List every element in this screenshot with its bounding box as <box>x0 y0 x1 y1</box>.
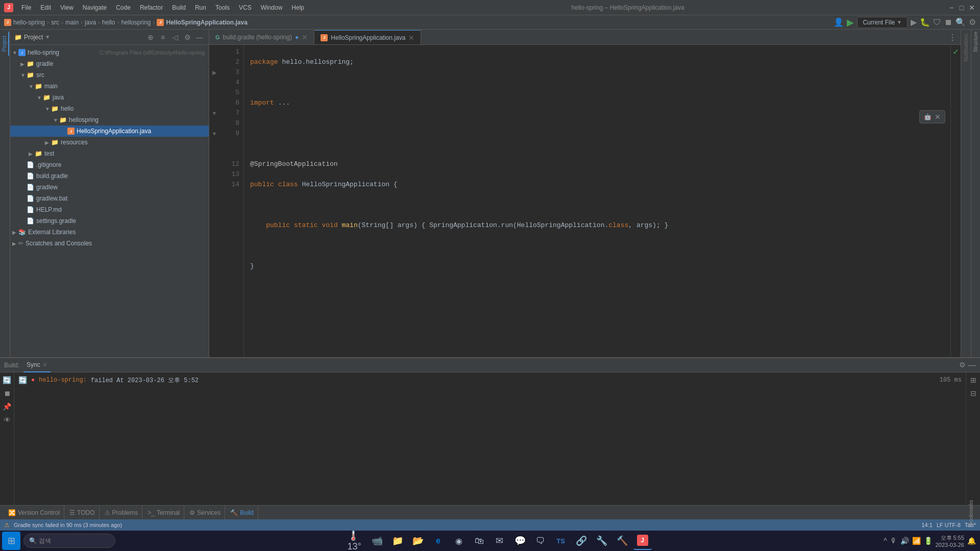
taskbar-temperature[interactable]: 🌡️13° <box>348 532 366 550</box>
run-icon[interactable]: ▶ <box>847 17 854 28</box>
fold-7[interactable]: ▼ <box>209 108 219 118</box>
breadcrumb-src[interactable]: src <box>51 19 59 26</box>
taskbar-app-chrome[interactable]: ◉ <box>450 532 468 550</box>
profile-icon[interactable]: 👤 <box>834 17 844 27</box>
taskbar-battery-icon[interactable]: 🔋 <box>924 537 933 545</box>
taskbar-search[interactable]: 🔍 검색 <box>23 534 115 548</box>
tab-version-control[interactable]: 🔀 Version Control <box>4 506 64 520</box>
tree-item-gradle[interactable]: ▶ 📁 gradle <box>10 58 209 69</box>
breadcrumb-main[interactable]: main <box>65 19 79 26</box>
close-button[interactable]: ✕ <box>968 4 976 12</box>
taskbar-app-chat2[interactable]: 🗨 <box>531 532 550 550</box>
fold-9[interactable]: ▼ <box>209 129 219 139</box>
menu-window[interactable]: Window <box>257 3 287 12</box>
status-encoding[interactable]: LF UTF-8 <box>937 522 961 528</box>
tree-item-java-folder[interactable]: ▼ 📁 java <box>10 92 209 103</box>
coverage-icon[interactable]: 🛡 <box>933 18 941 27</box>
build-minimize-icon[interactable]: — <box>968 361 976 370</box>
tree-item-root[interactable]: ▼ J hello-spring C:\Program Files (x86)#… <box>10 47 209 58</box>
taskbar-volume-icon[interactable]: 🔊 <box>900 537 909 545</box>
expand-button[interactable]: ◁ <box>170 32 180 42</box>
notifications-label[interactable]: Notifications <box>963 30 969 65</box>
maximize-button[interactable]: □ <box>958 4 966 12</box>
tab-todo[interactable]: ☰ TODO <box>65 506 99 520</box>
status-position[interactable]: 14:1 <box>921 522 932 528</box>
tab-terminal[interactable]: >_ Terminal <box>143 506 184 520</box>
tree-item-external-libs[interactable]: ▶ 📚 External Libraries <box>10 227 209 238</box>
tree-item-build-gradle[interactable]: ▶ 📄 build.gradle <box>10 170 209 182</box>
collapse-all-button[interactable]: ≡ <box>158 32 168 42</box>
build-collapse-icon[interactable]: ⊟ <box>968 388 979 399</box>
code-editor[interactable]: ▶ ▼ ▼ 1 2 3 4 5 6 7 8 <box>209 45 961 357</box>
tree-item-help-md[interactable]: ▶ 📄 HELP.md <box>10 204 209 215</box>
tab-HelloSpringApplication[interactable]: J HelloSpringApplication.java ✕ <box>314 30 421 44</box>
build-eye-button[interactable]: 👁 <box>2 414 13 425</box>
minimize-button[interactable]: − <box>947 4 955 12</box>
tab-services[interactable]: ⚙ Services <box>185 506 225 520</box>
build-pin-button[interactable]: 📌 <box>2 401 13 412</box>
structure-label[interactable]: Structure <box>973 30 978 55</box>
hsa-tab-close[interactable]: ✕ <box>408 34 414 42</box>
taskbar-app-mail[interactable]: ✉ <box>491 532 509 550</box>
taskbar-start-button[interactable]: ⊞ <box>2 532 20 550</box>
tree-item-gitignore[interactable]: ▶ 📄 .gitignore <box>10 159 209 170</box>
minimize-panel-button[interactable]: — <box>194 32 205 42</box>
menu-code[interactable]: Code <box>112 3 135 12</box>
tree-item-settings-gradle[interactable]: ▶ 📄 settings.gradle <box>10 215 209 227</box>
tree-item-test[interactable]: ▶ 📁 test <box>10 148 209 159</box>
bookmarks-bottom-label[interactable]: Bookmarks <box>966 499 976 527</box>
breadcrumb-hello[interactable]: hello <box>102 19 115 26</box>
taskbar-app-ts[interactable]: TS <box>552 532 570 550</box>
fold-3[interactable]: ▶ <box>209 67 219 78</box>
menu-navigate[interactable]: Navigate <box>79 3 111 12</box>
debug-icon[interactable]: 🐛 <box>920 17 930 27</box>
taskbar-clock[interactable]: 오후 5:55 2023-03-26 <box>936 534 964 548</box>
menu-tools[interactable]: Tools <box>211 3 234 12</box>
tree-item-gradlew[interactable]: ▶ 📄 gradlew <box>10 182 209 193</box>
build-stop-button[interactable]: ⏹ <box>2 388 13 399</box>
build-tab-sync-close[interactable]: ✕ <box>42 361 47 368</box>
taskbar-app-idea[interactable]: J <box>633 532 652 550</box>
tabs-more-icon[interactable]: ⋮ <box>948 32 957 42</box>
taskbar-app-files[interactable]: 📂 <box>409 532 427 550</box>
menu-refactor[interactable]: Refactor <box>136 3 167 12</box>
taskbar-network-icon[interactable]: 📶 <box>912 537 921 545</box>
build-settings-icon[interactable]: ⚙ <box>959 361 966 370</box>
build-gradle-tab-close[interactable]: ✕ <box>302 33 308 41</box>
tree-item-HelloSpringApplication[interactable]: ▶ J HelloSpringApplication.java <box>10 126 209 137</box>
taskbar-app-store[interactable]: 🛍 <box>470 532 488 550</box>
taskbar-app-tool1[interactable]: 🔧 <box>593 532 611 550</box>
taskbar-app-chat1[interactable]: 💬 <box>511 532 529 550</box>
tree-item-hellospring[interactable]: ▼ 📁 hellospring <box>10 114 209 126</box>
tree-item-src[interactable]: ▼ 📁 src <box>10 69 209 81</box>
ai-hint-close-icon[interactable]: ✕ <box>935 113 941 121</box>
taskbar-notification-icon[interactable]: 🔔 <box>967 537 976 545</box>
breadcrumb-file[interactable]: HelloSpringApplication.java <box>166 19 247 26</box>
project-panel-dropdown-icon[interactable]: ▼ <box>45 34 50 40</box>
tab-build[interactable]: 🔨 Build <box>226 506 258 520</box>
project-sidebar-tab[interactable]: Project <box>1 32 9 56</box>
run-play-icon[interactable]: ▶ <box>911 17 917 27</box>
panel-settings-button[interactable]: ⚙ <box>182 32 192 42</box>
build-refresh-button[interactable]: 🔄 <box>2 374 13 386</box>
tree-item-main[interactable]: ▼ 📁 main <box>10 81 209 92</box>
taskbar-app-tool2[interactable]: 🔨 <box>613 532 631 550</box>
current-file-dropdown[interactable]: Current File ▼ <box>857 17 908 28</box>
menu-build[interactable]: Build <box>168 3 190 12</box>
breadcrumb-java[interactable]: java <box>85 19 96 26</box>
taskbar-chevron-icon[interactable]: ^ <box>884 537 887 545</box>
breadcrumb-hellospring[interactable]: hellospring <box>121 19 151 26</box>
tab-problems[interactable]: ⚠ Problems <box>101 506 143 520</box>
menu-edit[interactable]: Edit <box>36 3 55 12</box>
build-expand-icon[interactable]: ⊞ <box>968 374 979 386</box>
settings-icon[interactable]: ⚙ <box>969 17 976 27</box>
build-tab-sync[interactable]: Sync ✕ <box>23 358 51 372</box>
code-content[interactable]: package hello.hellospring; import ... @S… <box>244 45 950 357</box>
tree-item-hello[interactable]: ▼ 📁 hello <box>10 103 209 114</box>
tree-item-resources[interactable]: ▶ 📁 resources <box>10 137 209 148</box>
taskbar-app-meet[interactable]: 📹 <box>368 532 386 550</box>
tab-build-gradle[interactable]: G build.gradle (hello-spring) ● ✕ <box>209 30 314 44</box>
taskbar-app-git[interactable]: 🔗 <box>572 532 591 550</box>
menu-vcs[interactable]: VCS <box>235 3 256 12</box>
taskbar-mic-icon[interactable]: 🎙 <box>890 537 897 545</box>
